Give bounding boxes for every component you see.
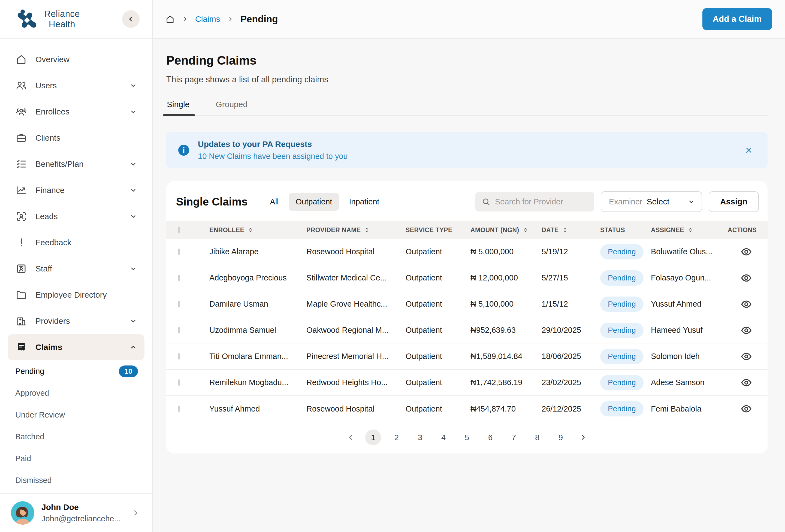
- cell-actions: [719, 297, 767, 311]
- user-profile[interactable]: John Doe John@getreliancehe...: [0, 493, 152, 532]
- sidebar-item-employee-directory[interactable]: Employee Directory: [0, 282, 152, 308]
- cell-provider: Rosewood Hospital: [306, 404, 406, 413]
- table-body: Jibike AlarapeRosewood HospitalOutpatien…: [166, 239, 767, 422]
- sidebar-item-feedback[interactable]: Feedback: [0, 229, 152, 256]
- sidebar-subitem-approved[interactable]: Approved: [0, 382, 152, 404]
- sidebar-subitem-under-review[interactable]: Under Review: [0, 404, 152, 426]
- select-all-checkbox[interactable]: [178, 227, 180, 233]
- close-icon: [744, 146, 753, 155]
- cell-date: 23/02/2025: [541, 378, 600, 387]
- chevron-right-icon: [131, 508, 140, 517]
- chevron-down-icon: [129, 212, 138, 221]
- sidebar: Reliance Health OverviewUsersEnrolleesCl…: [0, 0, 153, 532]
- sidebar-subitem-pending[interactable]: Pending10: [0, 360, 152, 382]
- cell-status: Pending: [600, 270, 651, 286]
- view-claim-button[interactable]: [739, 323, 753, 337]
- view-claim-button[interactable]: [739, 271, 753, 285]
- page-6-button[interactable]: 6: [482, 430, 498, 445]
- sidebar-item-label: Staff: [35, 264, 124, 273]
- page-7-button[interactable]: 7: [506, 430, 522, 445]
- sidebar-item-users[interactable]: Users: [0, 73, 152, 99]
- view-claim-button[interactable]: [739, 376, 753, 390]
- chevron-left-icon: [347, 433, 355, 441]
- row-checkbox[interactable]: [178, 353, 180, 359]
- sort-icon[interactable]: [363, 227, 371, 233]
- page-1-button[interactable]: 1: [365, 430, 381, 445]
- sort-icon[interactable]: [561, 227, 568, 233]
- row-checkbox[interactable]: [178, 301, 180, 307]
- cell-assignee: Hameed Yusuf: [651, 326, 719, 335]
- breadcrumb-claims-link[interactable]: Claims: [195, 15, 220, 24]
- tab-single[interactable]: Single: [167, 100, 189, 115]
- row-checkbox[interactable]: [178, 249, 180, 255]
- cell-date: 18/06/2025: [541, 352, 600, 361]
- row-checkbox[interactable]: [178, 327, 180, 333]
- table-row: Titi Omolara Emman...Pinecrest Memorial …: [166, 344, 767, 370]
- cell-actions: [719, 271, 767, 285]
- sort-icon[interactable]: [687, 227, 694, 233]
- column-header-date: DATE: [541, 227, 600, 234]
- receipt-icon: [15, 341, 27, 353]
- sidebar-item-leads[interactable]: Leads: [0, 203, 152, 229]
- cell-amount: ₦1,589,014.84: [471, 352, 541, 361]
- cell-actions: [719, 245, 767, 259]
- breadcrumb-separator-icon: [227, 16, 234, 23]
- page-2-button[interactable]: 2: [389, 430, 405, 445]
- sidebar-item-providers[interactable]: Providers: [0, 308, 152, 334]
- view-claim-button[interactable]: [739, 297, 753, 311]
- view-claim-button[interactable]: [739, 349, 753, 363]
- page-3-button[interactable]: 3: [412, 430, 428, 445]
- cell-provider: Maple Grove Healthc...: [306, 300, 406, 308]
- breadcrumb-home-icon[interactable]: [165, 14, 175, 24]
- view-claim-button[interactable]: [739, 245, 753, 259]
- search-icon: [481, 197, 490, 206]
- row-checkbox[interactable]: [178, 275, 180, 281]
- sidebar-item-finance[interactable]: Finance: [0, 177, 152, 203]
- page-8-button[interactable]: 8: [529, 430, 545, 445]
- provider-search[interactable]: [475, 192, 594, 211]
- cell-enrollee: Adegboyoga Precious: [209, 273, 306, 282]
- sidebar-item-label: Claims: [35, 343, 124, 352]
- filter-all[interactable]: All: [263, 193, 286, 211]
- main-area: Claims Pending Add a Claim Pending Claim…: [153, 0, 785, 532]
- sidebar-item-label: Overview: [35, 55, 138, 64]
- search-input[interactable]: [495, 197, 589, 206]
- sort-icon[interactable]: [247, 227, 254, 233]
- subitem-label: Batched: [15, 432, 44, 441]
- sidebar-item-benefits-plan[interactable]: Benefits/Plan: [0, 151, 152, 177]
- sidebar-item-label: Providers: [35, 316, 124, 326]
- pa-updates-banner: Updates to your PA Requests 10 New Claim…: [166, 132, 767, 169]
- sidebar-subitem-batched[interactable]: Batched: [0, 426, 152, 448]
- page-9-button[interactable]: 9: [553, 430, 568, 445]
- row-select-cell: [166, 249, 209, 254]
- assign-button[interactable]: Assign: [709, 191, 759, 212]
- page-4-button[interactable]: 4: [435, 430, 451, 445]
- pagination-prev-button[interactable]: [344, 432, 358, 443]
- tab-grouped[interactable]: Grouped: [216, 100, 248, 115]
- filter-outpatient[interactable]: Outpatient: [289, 193, 339, 211]
- filter-inpatient[interactable]: Inpatient: [342, 193, 386, 211]
- sidebar-item-staff[interactable]: Staff: [0, 256, 152, 282]
- enrollees-icon: [15, 106, 27, 118]
- cell-amount: ₦ 5,100,000: [471, 300, 541, 308]
- row-checkbox[interactable]: [178, 406, 180, 412]
- chevron-up-icon: [129, 343, 138, 352]
- sort-icon[interactable]: [522, 227, 529, 233]
- sidebar-item-overview[interactable]: Overview: [0, 46, 152, 73]
- view-claim-button[interactable]: [739, 402, 753, 416]
- sidebar-item-enrollees[interactable]: Enrollees: [0, 99, 152, 125]
- sidebar-item-clients[interactable]: Clients: [0, 125, 152, 151]
- eye-icon: [740, 298, 752, 310]
- page-title: Pending Claims: [166, 53, 767, 68]
- sidebar-subitem-dismissed[interactable]: Dismissed: [0, 469, 152, 491]
- sidebar-item-claims[interactable]: Claims: [8, 334, 145, 360]
- examiner-select[interactable]: Examiner Select: [601, 191, 702, 212]
- add-claim-button[interactable]: Add a Claim: [702, 8, 772, 30]
- cell-service-type: Outpatient: [406, 378, 471, 387]
- page-5-button[interactable]: 5: [459, 430, 475, 445]
- banner-close-button[interactable]: [742, 144, 755, 156]
- sidebar-collapse-button[interactable]: [122, 10, 140, 28]
- sidebar-subitem-paid[interactable]: Paid: [0, 448, 152, 469]
- row-checkbox[interactable]: [178, 379, 180, 386]
- pagination-next-button[interactable]: [576, 432, 590, 443]
